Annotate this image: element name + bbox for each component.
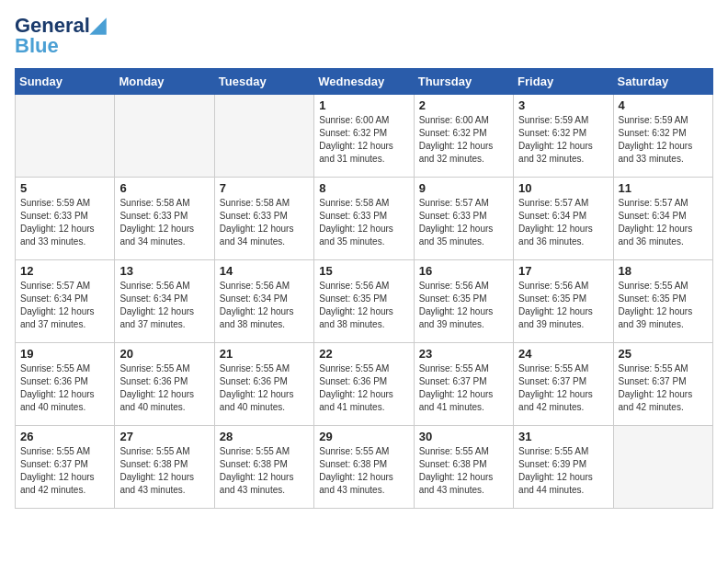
day-number: 29 bbox=[319, 430, 408, 443]
logo: General◢ Blue bbox=[15, 15, 106, 57]
calendar-cell: 30Sunrise: 5:55 AM Sunset: 6:38 PM Dayli… bbox=[414, 426, 513, 509]
cell-info: Sunrise: 6:00 AM Sunset: 6:32 PM Dayligh… bbox=[319, 114, 408, 166]
day-number: 16 bbox=[419, 264, 508, 278]
calendar-cell: 15Sunrise: 5:56 AM Sunset: 6:35 PM Dayli… bbox=[314, 260, 414, 343]
day-number: 8 bbox=[319, 181, 408, 195]
day-number: 7 bbox=[220, 181, 309, 195]
cell-info: Sunrise: 5:55 AM Sunset: 6:38 PM Dayligh… bbox=[319, 445, 408, 497]
cell-info: Sunrise: 5:55 AM Sunset: 6:38 PM Dayligh… bbox=[220, 445, 309, 497]
calendar-cell: 1Sunrise: 6:00 AM Sunset: 6:32 PM Daylig… bbox=[314, 95, 414, 178]
day-number: 2 bbox=[419, 98, 508, 112]
day-number: 6 bbox=[119, 181, 209, 195]
calendar-cell: 27Sunrise: 5:55 AM Sunset: 6:38 PM Dayli… bbox=[115, 426, 214, 509]
cell-info: Sunrise: 5:57 AM Sunset: 6:34 PM Dayligh… bbox=[20, 280, 109, 331]
day-number: 4 bbox=[619, 98, 708, 112]
calendar-cell: 28Sunrise: 5:55 AM Sunset: 6:38 PM Dayli… bbox=[214, 426, 313, 509]
cell-info: Sunrise: 5:56 AM Sunset: 6:35 PM Dayligh… bbox=[518, 280, 608, 331]
calendar-cell: 26Sunrise: 5:55 AM Sunset: 6:37 PM Dayli… bbox=[16, 426, 115, 509]
weekday-header: Saturday bbox=[613, 69, 712, 95]
calendar-cell: 20Sunrise: 5:55 AM Sunset: 6:36 PM Dayli… bbox=[115, 343, 214, 426]
calendar-cell: 18Sunrise: 5:55 AM Sunset: 6:35 PM Dayli… bbox=[613, 260, 712, 343]
calendar-cell: 14Sunrise: 5:56 AM Sunset: 6:34 PM Dayli… bbox=[214, 260, 313, 343]
calendar-week-row: 5Sunrise: 5:59 AM Sunset: 6:33 PM Daylig… bbox=[16, 178, 713, 260]
day-number: 31 bbox=[518, 430, 608, 443]
calendar-cell: 16Sunrise: 5:56 AM Sunset: 6:35 PM Dayli… bbox=[414, 260, 513, 343]
day-number: 9 bbox=[419, 181, 508, 195]
day-number: 19 bbox=[20, 347, 109, 361]
day-number: 18 bbox=[619, 264, 708, 278]
day-number: 24 bbox=[518, 347, 608, 361]
calendar-cell: 17Sunrise: 5:56 AM Sunset: 6:35 PM Dayli… bbox=[514, 260, 613, 343]
calendar-cell bbox=[16, 95, 115, 178]
calendar-cell: 19Sunrise: 5:55 AM Sunset: 6:36 PM Dayli… bbox=[16, 343, 115, 426]
calendar-week-row: 19Sunrise: 5:55 AM Sunset: 6:36 PM Dayli… bbox=[16, 343, 713, 426]
day-number: 27 bbox=[119, 430, 209, 443]
cell-info: Sunrise: 5:55 AM Sunset: 6:37 PM Dayligh… bbox=[619, 362, 708, 414]
weekday-header: Wednesday bbox=[314, 69, 414, 95]
cell-info: Sunrise: 5:56 AM Sunset: 6:35 PM Dayligh… bbox=[419, 280, 508, 331]
calendar-cell bbox=[613, 426, 712, 509]
cell-info: Sunrise: 5:55 AM Sunset: 6:36 PM Dayligh… bbox=[20, 362, 109, 414]
calendar-cell: 24Sunrise: 5:55 AM Sunset: 6:37 PM Dayli… bbox=[514, 343, 613, 426]
calendar-cell: 29Sunrise: 5:55 AM Sunset: 6:38 PM Dayli… bbox=[314, 426, 414, 509]
day-number: 17 bbox=[518, 264, 608, 278]
weekday-header: Friday bbox=[514, 69, 613, 95]
calendar-table: SundayMondayTuesdayWednesdayThursdayFrid… bbox=[15, 68, 713, 509]
day-number: 20 bbox=[119, 347, 209, 361]
day-number: 25 bbox=[619, 347, 708, 361]
day-number: 1 bbox=[319, 98, 408, 112]
day-number: 26 bbox=[20, 430, 109, 443]
calendar-cell: 22Sunrise: 5:55 AM Sunset: 6:36 PM Dayli… bbox=[314, 343, 414, 426]
calendar-cell: 8Sunrise: 5:58 AM Sunset: 6:33 PM Daylig… bbox=[314, 178, 414, 260]
day-number: 11 bbox=[619, 181, 708, 195]
calendar-cell: 31Sunrise: 5:55 AM Sunset: 6:39 PM Dayli… bbox=[514, 426, 613, 509]
cell-info: Sunrise: 5:57 AM Sunset: 6:34 PM Dayligh… bbox=[518, 197, 608, 248]
calendar-cell: 23Sunrise: 5:55 AM Sunset: 6:37 PM Dayli… bbox=[414, 343, 513, 426]
day-number: 13 bbox=[119, 264, 209, 278]
day-number: 23 bbox=[419, 347, 508, 361]
cell-info: Sunrise: 5:58 AM Sunset: 6:33 PM Dayligh… bbox=[119, 197, 209, 248]
day-number: 30 bbox=[419, 430, 508, 443]
day-number: 3 bbox=[518, 98, 608, 112]
calendar-cell: 25Sunrise: 5:55 AM Sunset: 6:37 PM Dayli… bbox=[613, 343, 712, 426]
calendar-cell: 5Sunrise: 5:59 AM Sunset: 6:33 PM Daylig… bbox=[16, 178, 115, 260]
cell-info: Sunrise: 5:55 AM Sunset: 6:38 PM Dayligh… bbox=[419, 445, 508, 497]
cell-info: Sunrise: 5:59 AM Sunset: 6:33 PM Dayligh… bbox=[20, 197, 109, 248]
day-number: 28 bbox=[220, 430, 309, 443]
calendar-cell: 13Sunrise: 5:56 AM Sunset: 6:34 PM Dayli… bbox=[115, 260, 214, 343]
calendar-cell: 21Sunrise: 5:55 AM Sunset: 6:36 PM Dayli… bbox=[214, 343, 313, 426]
day-number: 5 bbox=[20, 181, 109, 195]
calendar-cell bbox=[214, 95, 313, 178]
cell-info: Sunrise: 5:55 AM Sunset: 6:37 PM Dayligh… bbox=[419, 362, 508, 414]
calendar-header-row: SundayMondayTuesdayWednesdayThursdayFrid… bbox=[16, 69, 713, 95]
calendar-cell: 3Sunrise: 5:59 AM Sunset: 6:32 PM Daylig… bbox=[514, 95, 613, 178]
page-header: General◢ Blue bbox=[15, 15, 713, 57]
cell-info: Sunrise: 5:55 AM Sunset: 6:38 PM Dayligh… bbox=[119, 445, 209, 497]
day-number: 22 bbox=[319, 347, 408, 361]
calendar-cell: 2Sunrise: 6:00 AM Sunset: 6:32 PM Daylig… bbox=[414, 95, 513, 178]
cell-info: Sunrise: 5:56 AM Sunset: 6:35 PM Dayligh… bbox=[319, 280, 408, 331]
weekday-header: Sunday bbox=[16, 69, 115, 95]
cell-info: Sunrise: 5:57 AM Sunset: 6:34 PM Dayligh… bbox=[619, 197, 708, 248]
cell-info: Sunrise: 5:55 AM Sunset: 6:35 PM Dayligh… bbox=[619, 280, 708, 331]
cell-info: Sunrise: 5:55 AM Sunset: 6:36 PM Dayligh… bbox=[319, 362, 408, 414]
calendar-cell: 10Sunrise: 5:57 AM Sunset: 6:34 PM Dayli… bbox=[514, 178, 613, 260]
cell-info: Sunrise: 6:00 AM Sunset: 6:32 PM Dayligh… bbox=[419, 114, 508, 166]
calendar-body: 1Sunrise: 6:00 AM Sunset: 6:32 PM Daylig… bbox=[16, 95, 713, 509]
cell-info: Sunrise: 5:59 AM Sunset: 6:32 PM Dayligh… bbox=[518, 114, 608, 166]
cell-info: Sunrise: 5:56 AM Sunset: 6:34 PM Dayligh… bbox=[119, 280, 209, 331]
calendar-week-row: 12Sunrise: 5:57 AM Sunset: 6:34 PM Dayli… bbox=[16, 260, 713, 343]
day-number: 12 bbox=[20, 264, 109, 278]
cell-info: Sunrise: 5:58 AM Sunset: 6:33 PM Dayligh… bbox=[319, 197, 408, 248]
cell-info: Sunrise: 5:55 AM Sunset: 6:39 PM Dayligh… bbox=[518, 445, 608, 497]
cell-info: Sunrise: 5:59 AM Sunset: 6:32 PM Dayligh… bbox=[619, 114, 708, 166]
calendar-cell: 12Sunrise: 5:57 AM Sunset: 6:34 PM Dayli… bbox=[16, 260, 115, 343]
calendar-week-row: 1Sunrise: 6:00 AM Sunset: 6:32 PM Daylig… bbox=[16, 95, 713, 178]
calendar-cell: 11Sunrise: 5:57 AM Sunset: 6:34 PM Dayli… bbox=[613, 178, 712, 260]
weekday-header: Thursday bbox=[414, 69, 513, 95]
day-number: 21 bbox=[220, 347, 309, 361]
day-number: 15 bbox=[319, 264, 408, 278]
cell-info: Sunrise: 5:55 AM Sunset: 6:36 PM Dayligh… bbox=[220, 362, 309, 414]
day-number: 14 bbox=[220, 264, 309, 278]
weekday-header: Monday bbox=[115, 69, 214, 95]
